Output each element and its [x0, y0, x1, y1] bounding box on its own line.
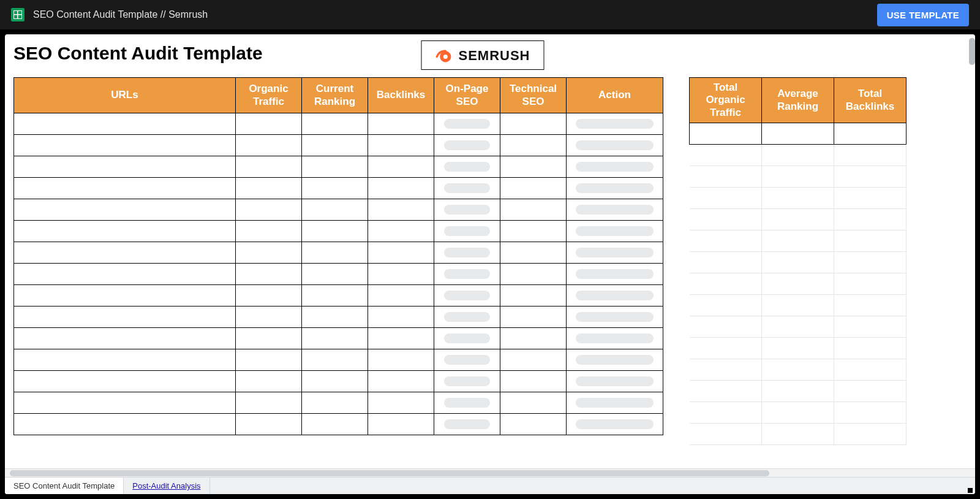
cell-action[interactable] — [567, 414, 663, 435]
table-row[interactable] — [690, 359, 907, 381]
cell-organic-traffic[interactable] — [236, 307, 302, 328]
cell-backlinks[interactable] — [368, 414, 434, 435]
cell-organic-traffic[interactable] — [236, 135, 302, 156]
use-template-button[interactable]: USE TEMPLATE — [877, 4, 969, 26]
cell-current-ranking[interactable] — [302, 307, 368, 328]
cell-organic-traffic[interactable] — [236, 113, 302, 135]
cell-organic-traffic[interactable] — [236, 328, 302, 349]
cell-total-backlinks[interactable] — [834, 188, 907, 209]
cell-current-ranking[interactable] — [302, 264, 368, 285]
cell-current-ranking[interactable] — [302, 221, 368, 242]
cell-on-page-seo[interactable] — [434, 199, 500, 221]
cell-technical-seo[interactable] — [500, 307, 567, 328]
cell-technical-seo[interactable] — [500, 264, 567, 285]
cell-action[interactable] — [567, 264, 663, 285]
tab-seo-content-audit-template[interactable]: SEO Content Audit Template — [5, 478, 124, 494]
cell-current-ranking[interactable] — [302, 199, 368, 221]
scroll-area[interactable]: SEO Content Audit Template SEMRUSH — [5, 34, 971, 468]
cell-action[interactable] — [567, 392, 663, 414]
cell-action[interactable] — [567, 178, 663, 199]
cell-url[interactable] — [14, 221, 236, 242]
cell-url[interactable] — [14, 199, 236, 221]
cell-average-ranking[interactable] — [762, 145, 834, 166]
cell-organic-traffic[interactable] — [236, 285, 302, 307]
table-row[interactable] — [14, 392, 663, 414]
cell-average-ranking[interactable] — [762, 209, 834, 230]
cell-average-ranking[interactable] — [762, 188, 834, 209]
table-row[interactable] — [690, 381, 907, 402]
cell-on-page-seo[interactable] — [434, 285, 500, 307]
table-row[interactable] — [690, 316, 907, 338]
cell-backlinks[interactable] — [368, 328, 434, 349]
cell-url[interactable] — [14, 264, 236, 285]
table-row[interactable] — [690, 424, 907, 445]
table-row[interactable] — [690, 295, 907, 316]
cell-backlinks[interactable] — [368, 242, 434, 264]
cell-backlinks[interactable] — [368, 371, 434, 392]
cell-url[interactable] — [14, 307, 236, 328]
table-row[interactable] — [690, 273, 907, 295]
cell-on-page-seo[interactable] — [434, 156, 500, 178]
vertical-scroll-thumb[interactable] — [969, 38, 975, 65]
cell-on-page-seo[interactable] — [434, 371, 500, 392]
cell-organic-traffic[interactable] — [236, 371, 302, 392]
table-row[interactable] — [690, 252, 907, 273]
cell-average-ranking[interactable] — [762, 252, 834, 273]
cell-current-ranking[interactable] — [302, 414, 368, 435]
table-row[interactable] — [14, 371, 663, 392]
table-row[interactable] — [14, 113, 663, 135]
cell-technical-seo[interactable] — [500, 349, 567, 371]
cell-technical-seo[interactable] — [500, 156, 567, 178]
table-row[interactable] — [14, 285, 663, 307]
cell-total-organic-traffic[interactable] — [690, 424, 762, 445]
cell-action[interactable] — [567, 156, 663, 178]
cell-average-ranking[interactable] — [762, 295, 834, 316]
cell-on-page-seo[interactable] — [434, 221, 500, 242]
cell-backlinks[interactable] — [368, 156, 434, 178]
cell-total-organic-traffic[interactable] — [690, 166, 762, 188]
cell-on-page-seo[interactable] — [434, 113, 500, 135]
table-row[interactable] — [690, 209, 907, 230]
cell-total-organic-traffic[interactable] — [690, 381, 762, 402]
cell-total-backlinks[interactable] — [834, 316, 907, 338]
cell-on-page-seo[interactable] — [434, 328, 500, 349]
cell-average-ranking[interactable] — [762, 424, 834, 445]
cell-organic-traffic[interactable] — [236, 264, 302, 285]
cell-url[interactable] — [14, 371, 236, 392]
cell-total-backlinks[interactable] — [834, 145, 907, 166]
cell-organic-traffic[interactable] — [236, 199, 302, 221]
table-row[interactable] — [14, 307, 663, 328]
cell-total-backlinks[interactable] — [834, 338, 907, 359]
cell-url[interactable] — [14, 349, 236, 371]
cell-action[interactable] — [567, 221, 663, 242]
cell-action[interactable] — [567, 349, 663, 371]
cell-backlinks[interactable] — [368, 221, 434, 242]
cell-current-ranking[interactable] — [302, 135, 368, 156]
cell-total-organic-traffic[interactable] — [690, 402, 762, 424]
cell-technical-seo[interactable] — [500, 371, 567, 392]
cell-current-ranking[interactable] — [302, 349, 368, 371]
table-row[interactable] — [690, 166, 907, 188]
cell-total-organic-traffic[interactable] — [690, 123, 762, 145]
table-row[interactable] — [690, 402, 907, 424]
cell-current-ranking[interactable] — [302, 156, 368, 178]
cell-current-ranking[interactable] — [302, 328, 368, 349]
cell-total-backlinks[interactable] — [834, 166, 907, 188]
cell-average-ranking[interactable] — [762, 230, 834, 252]
cell-total-organic-traffic[interactable] — [690, 209, 762, 230]
cell-technical-seo[interactable] — [500, 414, 567, 435]
cell-action[interactable] — [567, 307, 663, 328]
cell-url[interactable] — [14, 414, 236, 435]
cell-current-ranking[interactable] — [302, 392, 368, 414]
cell-total-backlinks[interactable] — [834, 209, 907, 230]
cell-total-organic-traffic[interactable] — [690, 188, 762, 209]
cell-total-backlinks[interactable] — [834, 123, 907, 145]
cell-current-ranking[interactable] — [302, 178, 368, 199]
cell-average-ranking[interactable] — [762, 338, 834, 359]
cell-organic-traffic[interactable] — [236, 414, 302, 435]
cell-total-organic-traffic[interactable] — [690, 359, 762, 381]
table-row[interactable] — [14, 414, 663, 435]
table-row[interactable] — [14, 178, 663, 199]
cell-average-ranking[interactable] — [762, 381, 834, 402]
cell-backlinks[interactable] — [368, 285, 434, 307]
